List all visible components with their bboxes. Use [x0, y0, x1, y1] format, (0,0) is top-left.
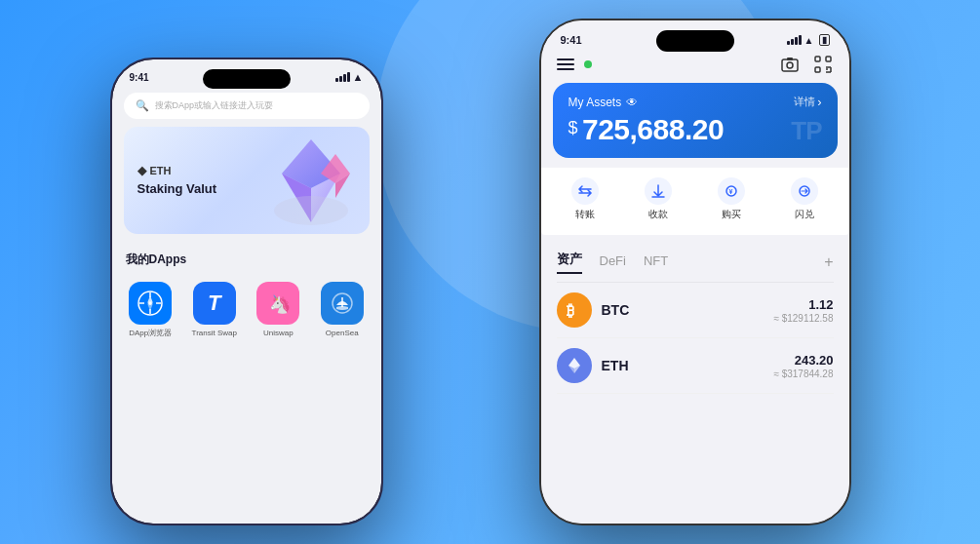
dapp-label-opensea: OpenSea: [326, 329, 359, 338]
search-bar[interactable]: 🔍 搜索DApp或输入链接进入玩耍: [124, 93, 370, 119]
transfer-icon: [571, 177, 599, 205]
dapp-icon-uniswap: 🦄: [256, 282, 299, 325]
transfer-label: 转账: [575, 208, 595, 221]
eth-banner-text: ◆ ETH Staking Valut: [137, 164, 217, 198]
phone-right: 9:41 ▲ ▮: [539, 19, 851, 525]
action-row: 转账 收款 ¥: [541, 168, 849, 235]
unicorn-icon: 🦄: [265, 291, 291, 316]
dapp-icon-transit: T: [193, 282, 236, 325]
buy-icon: ¥: [718, 177, 745, 205]
svg-point-5: [274, 196, 348, 225]
svg-rect-21: [826, 57, 831, 61]
left-time: 9:41: [130, 72, 149, 83]
right-top-bar: [541, 50, 849, 83]
right-signal: ▲ ▮: [787, 34, 830, 46]
btc-icon: ₿: [557, 292, 592, 328]
action-swap[interactable]: 闪兑: [783, 172, 826, 227]
signal-bar-r3: [795, 37, 798, 45]
left-phone-screen: 9:41 ▲ 🔍 搜索DApp或输入链接进入玩耍: [112, 59, 381, 524]
tab-defi[interactable]: DeFi: [600, 253, 626, 272]
add-asset-button[interactable]: +: [824, 253, 833, 271]
svg-rect-19: [787, 58, 793, 60]
asset-row-btc[interactable]: ₿ BTC 1.12 ≈ $129112.58: [557, 283, 834, 338]
btc-balance: 1.12: [773, 297, 833, 312]
svg-rect-17: [782, 59, 798, 71]
eth-name: ETH: [602, 358, 764, 373]
dynamic-island-left: [203, 69, 291, 89]
hamburger-menu[interactable]: [557, 58, 574, 70]
dapps-grid: DApp浏览器 T Transit Swap 🦄 Unis: [112, 274, 381, 346]
dynamic-island-right: [656, 30, 734, 52]
action-receive[interactable]: 收款: [637, 172, 680, 227]
scan-icon[interactable]: [812, 54, 834, 75]
right-time: 9:41: [561, 34, 582, 46]
signal-bar-2: [339, 76, 342, 82]
dapp-label-transit: Transit Swap: [192, 329, 237, 338]
signal-bar-4: [347, 72, 350, 82]
assets-amount-row: $ 725,688.20: [568, 113, 822, 146]
eth-banner-subtitle: Staking Valut: [137, 181, 217, 198]
svg-text:¥: ¥: [729, 188, 733, 195]
action-transfer[interactable]: 转账: [564, 172, 607, 227]
dapp-icon-browser: [129, 282, 172, 325]
eth-balance: 243.20: [773, 353, 833, 368]
asset-row-eth[interactable]: ETH 243.20 ≈ $317844.28: [557, 338, 834, 394]
dapp-item-transit[interactable]: T Transit Swap: [191, 282, 238, 338]
btc-name: BTC: [602, 302, 764, 318]
dapp-item-opensea[interactable]: OpenSea: [319, 282, 366, 338]
signal-bar-r2: [791, 39, 794, 45]
assets-title: My Assets 👁: [568, 96, 639, 109]
camera-icon[interactable]: [779, 54, 801, 75]
svg-text:₿: ₿: [567, 302, 574, 319]
detail-chevron: ›: [817, 95, 821, 109]
receive-label: 收款: [648, 208, 668, 221]
buy-label: 购买: [722, 208, 741, 221]
signal-bar-r4: [799, 35, 802, 45]
svg-text:🦄: 🦄: [269, 293, 291, 315]
eth-diamond-icon: ◆: [137, 164, 146, 177]
battery-icon: ▮: [819, 34, 830, 46]
tab-nft[interactable]: NFT: [644, 253, 668, 272]
swap-label: 闪兑: [795, 208, 814, 221]
eth-amounts: 243.20 ≈ $317844.28: [773, 353, 833, 379]
swap-icon: [791, 177, 818, 205]
signal-bars-left: [335, 72, 350, 82]
compass-icon: [137, 290, 164, 317]
hamburger-line-2: [557, 63, 574, 65]
tab-assets[interactable]: 资产: [557, 251, 582, 274]
tab-bar: 资产 DeFi NFT +: [541, 243, 849, 282]
signal-bar-3: [343, 74, 346, 82]
hamburger-line-1: [557, 58, 574, 60]
phones-container: 9:41 ▲ 🔍 搜索DApp或输入链接进入玩耍: [52, 19, 929, 525]
signal-bar-r1: [787, 41, 790, 45]
svg-rect-22: [815, 67, 820, 72]
svg-rect-20: [815, 57, 820, 61]
signal-bar-1: [335, 78, 338, 82]
tp-watermark: TP: [791, 116, 821, 146]
transit-t-icon: T: [208, 291, 220, 316]
dapp-item-uniswap[interactable]: 🦄 Uniswap: [255, 282, 301, 338]
opensea-icon: [329, 290, 356, 317]
left-signal: ▲: [335, 71, 364, 83]
assets-card: My Assets 👁 详情 › $ 725,688.20 TP: [553, 83, 838, 158]
btc-amounts: 1.12 ≈ $129112.58: [773, 297, 833, 324]
right-phone-screen: 9:41 ▲ ▮: [541, 20, 849, 524]
eth-icon-coin: [557, 348, 592, 383]
receive-icon: [645, 177, 672, 205]
eye-icon[interactable]: 👁: [626, 96, 638, 109]
crystal-graphic: [262, 135, 360, 227]
eth-banner: ◆ ETH Staking Valut: [124, 127, 370, 234]
search-icon: 🔍: [136, 99, 149, 112]
eth-usd: ≈ $317844.28: [773, 369, 833, 379]
search-placeholder: 搜索DApp或输入链接进入玩耍: [155, 99, 274, 112]
dollar-sign: $: [568, 118, 578, 138]
dapps-section-title: 我的DApps: [112, 242, 381, 274]
dapp-item-browser[interactable]: DApp浏览器: [127, 282, 174, 338]
dapp-icon-opensea: [321, 282, 364, 325]
btc-usd: ≈ $129112.58: [773, 313, 833, 324]
assets-detail-link[interactable]: 详情 ›: [794, 95, 821, 109]
action-buy[interactable]: ¥ 购买: [710, 172, 753, 227]
online-indicator: [584, 60, 592, 68]
dapp-label-uniswap: Uniswap: [263, 329, 294, 338]
hamburger-line-3: [557, 68, 574, 70]
